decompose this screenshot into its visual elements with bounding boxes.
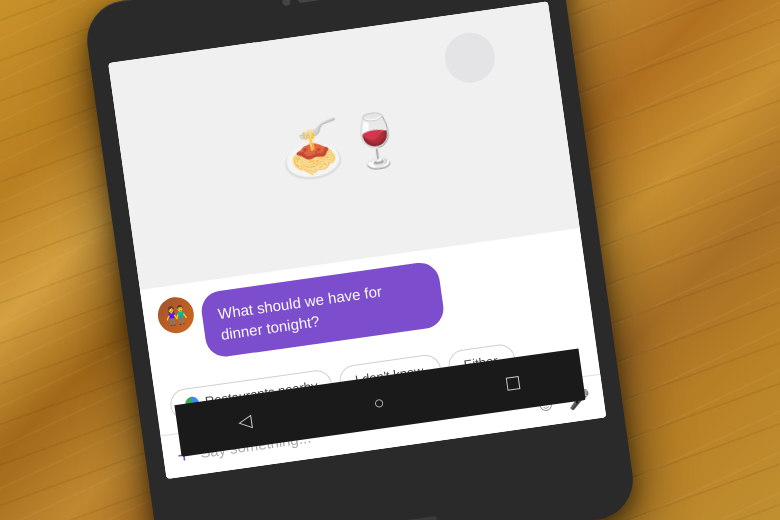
circle-decoration [442, 29, 498, 85]
fingerprint-sensor [357, 516, 437, 520]
phone-screen: 🍝🍷 👫 What should we have for dinner toni… [108, 1, 606, 479]
message-text: What should we have for dinner tonight? [217, 282, 383, 343]
phone-device: 🍝🍷 👫 What should we have for dinner toni… [82, 0, 638, 520]
food-sticker: 🍝🍷 [275, 106, 412, 184]
avatar-emoji: 👫 [163, 303, 188, 328]
speaker-icon [298, 0, 348, 3]
chat-interface: 🍝🍷 👫 What should we have for dinner toni… [108, 1, 606, 479]
home-button[interactable]: ○ [372, 393, 385, 412]
recents-button[interactable]: ☐ [504, 374, 522, 394]
phone-case: 🍝🍷 👫 What should we have for dinner toni… [82, 0, 638, 520]
avatar: 👫 [156, 295, 197, 336]
camera-icon [282, 0, 291, 6]
back-button[interactable]: ◁ [237, 412, 253, 432]
phone-top-bar [282, 0, 364, 6]
